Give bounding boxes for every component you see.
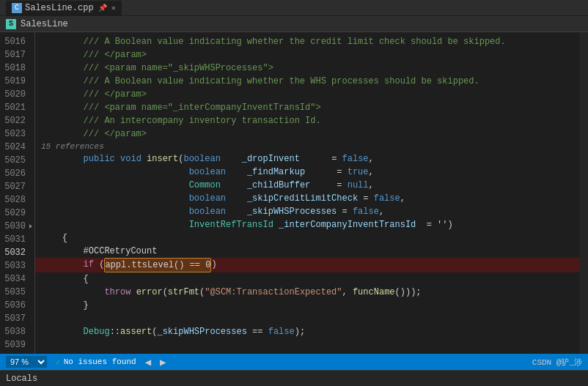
token-plain bbox=[41, 258, 84, 272]
code-content[interactable]: /// A Boolean value indicating whether t… bbox=[35, 32, 579, 354]
token-string: "@SCM:TransactionExpected" bbox=[205, 286, 342, 299]
token-plain: = bbox=[337, 205, 353, 218]
code-line: /// <param name="_interCompanyInventTran… bbox=[35, 101, 579, 114]
code-line: if (appl.ttsLevel() == 0) bbox=[35, 258, 579, 272]
token-kw: public bbox=[84, 152, 115, 166]
right-nav-arrow[interactable]: ▶ bbox=[160, 356, 166, 368]
token-method: error bbox=[136, 286, 163, 299]
token-plain: :: bbox=[511, 352, 521, 354]
token-plain: ())); bbox=[395, 286, 422, 299]
token-plain: = bbox=[300, 152, 342, 166]
line-number: 5024 bbox=[0, 141, 29, 154]
token-kw: boolean bbox=[183, 152, 220, 166]
breadcrumb-label: SalesLine bbox=[21, 19, 68, 29]
token-plain bbox=[41, 325, 84, 338]
token-plain: ( bbox=[199, 286, 205, 299]
token-plain bbox=[142, 152, 147, 166]
token-plain bbox=[226, 166, 247, 179]
line-number: 5020 bbox=[0, 88, 29, 101]
token-plain bbox=[41, 192, 189, 205]
token-comment: /// A Boolean value indicating whether t… bbox=[41, 35, 506, 48]
code-line: } bbox=[35, 299, 579, 312]
token-kw: true bbox=[348, 166, 369, 179]
line-number: 5040 bbox=[0, 352, 29, 354]
token-param: salesIntrumentationLogger bbox=[226, 352, 358, 354]
token-plain: = bbox=[358, 192, 374, 205]
token-kw: null bbox=[348, 179, 369, 192]
editor-tab[interactable]: C SalesLine.cpp 📌 ✕ bbox=[6, 1, 122, 15]
token-kw: boolean bbox=[189, 205, 226, 218]
token-plain bbox=[41, 352, 84, 354]
token-comment: /// <param name="_interCompanyInventTran… bbox=[41, 101, 321, 114]
line-number: 5031 bbox=[0, 233, 29, 246]
token-comment: /// </param> bbox=[41, 127, 147, 141]
line-number: 5034 bbox=[0, 272, 29, 286]
breadcrumb-bar: S SalesLine bbox=[0, 16, 588, 32]
token-param: _skipWHSProcesses bbox=[247, 205, 337, 218]
token-plain: :: bbox=[110, 325, 120, 338]
zoom-select[interactable]: 97 % 100 % bbox=[6, 356, 47, 368]
locals-label: Locals bbox=[6, 374, 37, 384]
line-number: 5035 bbox=[0, 286, 29, 299]
token-param: _skipCreditLimitCheck bbox=[247, 192, 358, 205]
code-line: SalesInstrumentationLogger salesIntrumen… bbox=[35, 352, 579, 354]
token-plain: , bbox=[369, 179, 374, 192]
token-plain: = bbox=[305, 166, 348, 179]
token-plain bbox=[226, 192, 247, 205]
token-comment: /// A Boolean value indicating whether t… bbox=[41, 75, 479, 88]
code-line: Common _childBuffer = null, bbox=[35, 179, 579, 192]
tab-close-icon[interactable]: ✕ bbox=[111, 4, 116, 12]
token-plain: = bbox=[310, 179, 347, 192]
token-plain bbox=[273, 218, 279, 231]
code-line: #OCCRetryCount bbox=[35, 245, 579, 258]
code-line: /// </param> bbox=[35, 48, 579, 62]
title-bar: C SalesLine.cpp 📌 ✕ bbox=[0, 0, 588, 16]
token-comment: /// </param> bbox=[41, 88, 147, 101]
token-plain bbox=[41, 218, 189, 231]
token-method: createLogger( bbox=[521, 352, 579, 354]
left-nav-arrow[interactable]: ◀ bbox=[145, 356, 151, 368]
bottom-panel-label: Locals bbox=[0, 370, 588, 386]
token-plain: , bbox=[379, 205, 384, 218]
code-line: boolean _skipCreditLimitCheck = false, bbox=[35, 192, 579, 205]
token-type: SalesInstrumentationLogger bbox=[84, 352, 221, 354]
line-number: 5022 bbox=[0, 114, 29, 127]
no-issues-indicator: ✓ No issues found bbox=[56, 357, 136, 367]
token-kw2: if bbox=[84, 258, 94, 272]
token-param: _dropInvent bbox=[242, 152, 300, 166]
line-number: 5019 bbox=[0, 75, 29, 88]
token-plain: ) bbox=[211, 258, 216, 272]
minimap[interactable] bbox=[579, 32, 588, 354]
token-plain: = '') bbox=[416, 218, 452, 231]
line-number: 5016 bbox=[0, 35, 29, 48]
token-comment: /// <param name="_skipWHSProcesses"> bbox=[41, 62, 273, 75]
token-plain bbox=[131, 286, 136, 299]
line-number: 5039 bbox=[0, 338, 29, 352]
token-param: _childBuffer bbox=[247, 179, 310, 192]
token-kw: boolean bbox=[189, 166, 226, 179]
line-number: 5028 bbox=[0, 193, 29, 207]
brand-label: CSDN @驴_涉 bbox=[532, 357, 582, 368]
token-kw: false bbox=[353, 205, 379, 218]
token-type: Debug bbox=[84, 325, 110, 338]
token-method: strFmt bbox=[168, 286, 199, 299]
token-param: _findMarkup bbox=[247, 166, 305, 179]
token-plain: #OCCRetryCount bbox=[41, 245, 157, 258]
token-plain bbox=[221, 352, 226, 354]
token-param: _interCompanyInventTransId bbox=[279, 218, 416, 231]
token-comment: /// </param> bbox=[41, 48, 147, 62]
token-plain: ( bbox=[178, 152, 183, 166]
code-line bbox=[35, 338, 579, 352]
token-kw: false bbox=[268, 325, 295, 338]
token-type: Common bbox=[189, 179, 221, 192]
token-kw2: throw bbox=[104, 286, 131, 299]
code-line bbox=[35, 312, 579, 325]
status-left: 97 % 100 % ✓ No issues found ◀ ▶ bbox=[6, 356, 166, 368]
token-plain: , bbox=[400, 192, 405, 205]
line-number: 5018 bbox=[0, 62, 29, 75]
breadcrumb-class-icon: S bbox=[6, 19, 16, 29]
line-number: 5037 bbox=[0, 312, 29, 325]
tab-pin-icon[interactable]: 📌 bbox=[98, 4, 107, 12]
refs-count: 15 references bbox=[35, 141, 579, 152]
token-method: funcName bbox=[353, 286, 395, 299]
